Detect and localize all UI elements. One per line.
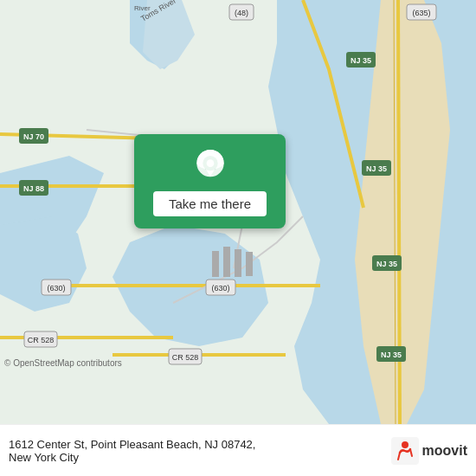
svg-rect-4	[246, 252, 253, 276]
svg-text:CR 528: CR 528	[28, 336, 55, 344]
svg-text:(48): (48)	[235, 9, 248, 17]
svg-point-37	[402, 441, 408, 448]
svg-rect-2	[223, 247, 230, 277]
svg-text:(630): (630)	[47, 284, 65, 293]
moovit-logo[interactable]: moovit	[391, 437, 467, 465]
address-section: 1612 Center St, Point Pleasant Beach, NJ…	[9, 438, 255, 464]
moovit-brand-icon	[391, 437, 419, 465]
city-line: New York City	[9, 451, 255, 464]
svg-text:(630): (630)	[211, 284, 229, 293]
bottom-bar: 1612 Center St, Point Pleasant Beach, NJ…	[0, 424, 476, 476]
map-container: NJ 70 NJ 88 NJ 35 NJ 35 NJ 35 NJ 35 (632…	[0, 0, 476, 424]
svg-text:NJ 35: NJ 35	[366, 164, 387, 173]
svg-text:CR 528: CR 528	[172, 353, 199, 362]
svg-text:NJ 35: NJ 35	[376, 260, 397, 268]
openstreetmap-credit: © OpenStreetMap contributors	[4, 358, 122, 368]
svg-text:NJ 70: NJ 70	[23, 132, 44, 141]
svg-text:NJ 35: NJ 35	[351, 56, 371, 65]
take-me-there-button[interactable]: Take me there	[153, 191, 267, 216]
svg-text:(635): (635)	[412, 9, 430, 17]
address-line: 1612 Center St, Point Pleasant Beach, NJ…	[9, 438, 255, 451]
svg-text:NJ 88: NJ 88	[23, 184, 44, 193]
svg-text:NJ 35: NJ 35	[381, 351, 402, 359]
svg-rect-3	[235, 249, 241, 277]
svg-text:River: River	[134, 4, 151, 12]
green-card: Take me there	[134, 134, 286, 228]
button-overlay: Take me there	[134, 134, 286, 228]
svg-rect-1	[212, 251, 219, 277]
location-pin-icon	[193, 150, 228, 184]
moovit-text: moovit	[422, 443, 467, 459]
